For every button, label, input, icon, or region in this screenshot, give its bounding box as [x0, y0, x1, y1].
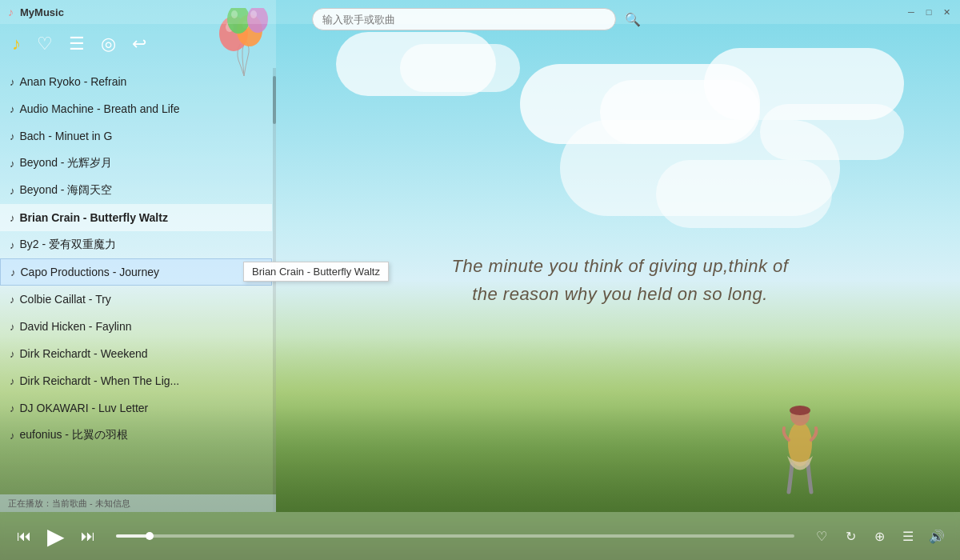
search-input[interactable]	[312, 8, 616, 30]
song-title: David Hicken - Faylinn	[20, 320, 132, 333]
song-item[interactable]: ♪Beyond - 光辉岁月	[0, 150, 272, 177]
song-title: By2 - 爱有双重魔力	[20, 238, 117, 252]
song-title: Capo Productions - Journey	[21, 266, 160, 278]
song-item[interactable]: ♪Dirk Reichardt - When The Lig...	[0, 367, 272, 394]
play-button[interactable]: ▶	[44, 524, 68, 548]
song-title: Beyond - 光辉岁月	[20, 156, 113, 170]
song-title: DJ OKAWARI - Luv Letter	[20, 402, 149, 414]
nav-back[interactable]: ↩	[132, 34, 146, 54]
add-icon[interactable]: ⊕	[868, 525, 890, 547]
playlist-scrollbar[interactable]	[273, 68, 276, 512]
song-item[interactable]: ♪Brian Crain - Butterfly Waltz	[0, 204, 272, 231]
repeat-icon[interactable]: ↻	[839, 525, 862, 547]
song-note-icon: ♪	[10, 185, 15, 197]
song-note-icon: ♪	[10, 294, 15, 306]
favorite-icon[interactable]: ♡	[810, 525, 833, 547]
tooltip: Brian Crain - Butterfly Waltz	[243, 262, 389, 282]
song-title: Audio Machine - Breath and Life	[20, 102, 180, 115]
song-item[interactable]: ♪By2 - 爱有双重魔力	[0, 231, 272, 258]
song-item[interactable]: ♪Audio Machine - Breath and Life	[0, 95, 272, 122]
song-note-icon: ♪	[10, 430, 15, 442]
nav-discover[interactable]: ◎	[101, 34, 116, 54]
song-title: Bach - Minuet in G	[20, 130, 113, 142]
next-button[interactable]: ⏭	[76, 524, 100, 548]
playlist: ♪Anan Ryoko - Refrain♪Audio Machine - Br…	[0, 68, 272, 512]
song-note-icon: ♪	[10, 158, 15, 170]
song-note-icon: ♪	[10, 130, 15, 142]
song-note-icon: ♪	[10, 402, 15, 414]
playlist-icon[interactable]: ☰	[897, 525, 919, 547]
player-controls-right: ♡ ↻ ⊕ ☰ 🔊	[810, 525, 948, 547]
song-note-icon: ♪	[10, 76, 15, 88]
app-title: MyMusic	[20, 6, 64, 18]
song-title: Anan Ryoko - Refrain	[20, 75, 127, 88]
song-item[interactable]: ♪eufonius - 比翼の羽根	[0, 422, 272, 449]
progress-dot	[146, 532, 154, 540]
lyric-line-2: the reason why you held on so long.	[472, 280, 768, 308]
song-item[interactable]: ♪Bach - Minuet in G	[0, 122, 272, 150]
song-title: Brian Crain - Butterfly Waltz	[20, 211, 168, 224]
app-icon: ♪	[8, 6, 14, 18]
song-note-icon: ♪	[10, 239, 15, 251]
nav-music[interactable]: ♪	[12, 34, 21, 54]
volume-icon[interactable]: 🔊	[926, 525, 948, 547]
nav-list[interactable]: ☰	[69, 34, 85, 54]
song-note-icon: ♪	[10, 103, 15, 115]
song-title: Beyond - 海阔天空	[20, 183, 113, 198]
song-title: Dirk Reichardt - Weekend	[20, 347, 148, 360]
close-btn[interactable]: ✕	[941, 6, 952, 18]
song-title: Dirk Reichardt - When The Lig...	[20, 374, 180, 387]
status-text: 正在播放：当前歌曲 - 未知信息	[8, 498, 130, 510]
restore-btn[interactable]: □	[923, 6, 934, 18]
song-note-icon: ♪	[10, 321, 15, 333]
progress-bar[interactable]	[116, 534, 794, 538]
window-controls: ─ □ ✕	[906, 6, 952, 18]
search-area: 🔍	[312, 6, 912, 32]
song-item[interactable]: ♪Dirk Reichardt - Weekend	[0, 340, 272, 367]
song-note-icon: ♪	[10, 212, 15, 224]
song-note-icon: ♪	[10, 348, 15, 360]
song-item[interactable]: ♪DJ OKAWARI - Luv Letter	[0, 394, 272, 422]
song-title: eufonius - 比翼の羽根	[20, 428, 128, 442]
progress-fill	[116, 534, 150, 538]
search-button[interactable]: 🔍	[620, 6, 646, 32]
status-bar: 正在播放：当前歌曲 - 未知信息	[0, 494, 276, 512]
song-item[interactable]: ♪David Hicken - Faylinn	[0, 313, 272, 340]
song-item[interactable]: ♪Colbie Caillat - Try	[0, 286, 272, 313]
song-note-icon: ♪	[10, 375, 15, 387]
prev-button[interactable]: ⏮	[12, 524, 36, 548]
landscape-figure	[768, 364, 832, 508]
nav-favorites[interactable]: ♡	[37, 34, 53, 54]
svg-point-10	[790, 406, 810, 415]
song-item[interactable]: ♪Capo Productions - Journey	[0, 258, 272, 286]
lyric-line-1: The minute you think of giving up,think …	[452, 252, 789, 280]
song-note-icon: ♪	[10, 266, 16, 278]
player-bar: ⏮ ▶ ⏭ ♡ ↻ ⊕ ☰ 🔊	[0, 512, 960, 560]
song-item[interactable]: ♪Beyond - 海阔天空	[0, 177, 272, 204]
song-title: Colbie Caillat - Try	[20, 293, 111, 306]
